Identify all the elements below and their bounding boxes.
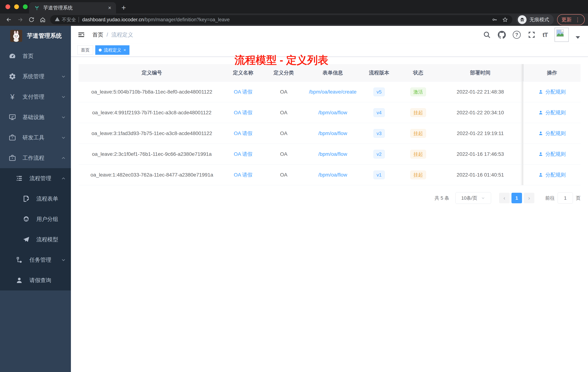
new-tab-button[interactable]: +	[121, 4, 126, 12]
github-icon[interactable]	[498, 31, 506, 39]
update-label[interactable]: 更新	[561, 16, 572, 23]
sidebar-item-process-form[interactable]: 流程表单	[0, 188, 71, 209]
assign-rule-link[interactable]: 分配规则	[538, 109, 566, 116]
col-header-version: 流程版本	[359, 69, 399, 76]
not-secure-warning-icon[interactable]	[54, 16, 60, 23]
assign-rule-link[interactable]: 分配规则	[538, 171, 566, 178]
chevron-down-icon	[61, 114, 66, 120]
dashboard-icon	[8, 52, 17, 60]
status-badge: 挂起	[410, 129, 426, 138]
tag-label: 首页	[81, 47, 90, 53]
avatar-dropdown-caret-icon[interactable]	[576, 36, 580, 39]
sidebar-item-system[interactable]: 系统管理	[0, 66, 71, 87]
assign-rule-link[interactable]: 分配规则	[538, 151, 566, 158]
url-host[interactable]: dashboard.yudao.iocoder.cn	[82, 17, 144, 22]
status-badge: 挂起	[410, 108, 426, 117]
key-icon[interactable]	[492, 17, 497, 22]
app-logo-rabbit-image	[10, 30, 22, 42]
definition-name-link[interactable]: OA 请假	[234, 130, 252, 137]
address-bar[interactable]: 不安全 dashboard.yudao.iocoder.cn/bpm/manag…	[50, 15, 512, 24]
col-header-deploy-time: 部署时间	[437, 69, 523, 76]
goto-page-input[interactable]	[558, 192, 573, 204]
sidebar-item-home[interactable]: 首页	[0, 46, 71, 66]
sidebar-item-user-group[interactable]: 用户分组	[0, 209, 71, 229]
home-button[interactable]	[37, 16, 48, 23]
sidebar-item-process-model[interactable]: 流程模型	[0, 229, 71, 250]
cell-definition-id: oa_leave:5:004b710b-7b8a-11ec-8ef0-acde4…	[79, 89, 225, 95]
window-controls[interactable]	[5, 4, 28, 9]
definition-name-link[interactable]: OA 请假	[234, 171, 252, 178]
form-info-link[interactable]: /bpm/oa/flow	[318, 110, 347, 116]
sidebar-item-infrastructure[interactable]: 基础设施	[0, 107, 71, 127]
definition-name-link[interactable]: OA 请假	[234, 151, 252, 158]
sidebar-item-label: 支付管理	[22, 93, 44, 101]
assign-rule-label: 分配规则	[546, 130, 566, 137]
col-header-actions: 操作	[523, 64, 580, 81]
chevron-up-icon	[61, 155, 66, 161]
security-label[interactable]: 不安全	[62, 17, 76, 23]
cell-category: OA	[261, 172, 306, 178]
page-size-value: 10条/页	[461, 195, 477, 201]
tag-item[interactable]: 首页	[77, 45, 93, 55]
update-button[interactable]: 更新 ⋮	[557, 14, 585, 25]
browser-tab[interactable]: 芋道管理系统 ×	[29, 2, 116, 13]
next-page-button[interactable]: ›	[524, 193, 534, 203]
tab-close-icon[interactable]: ×	[108, 5, 111, 11]
version-badge: v2	[373, 150, 385, 159]
list-icon	[15, 175, 24, 182]
version-badge: v1	[373, 171, 385, 179]
url-path[interactable]: /bpm/manager/definition?key=oa_leave	[144, 17, 230, 22]
sidebar-item-payment[interactable]: ¥支付管理	[0, 87, 71, 107]
assign-rule-label: 分配规则	[546, 151, 566, 158]
current-page-button[interactable]: 1	[512, 193, 522, 203]
tag-close-icon[interactable]: ×	[124, 47, 126, 53]
yen-icon: ¥	[8, 93, 17, 100]
definition-name-link[interactable]: OA 请假	[234, 109, 252, 116]
sidebar-item-task-management[interactable]: 任务管理	[0, 250, 71, 270]
cell-category: OA	[261, 151, 306, 157]
avatar-broken-image[interactable]	[555, 28, 569, 42]
definition-table: 定义编号 定义名称 定义分类 表单信息 流程版本 状态 部署时间 操作 oa_l…	[79, 64, 580, 185]
page-size-select[interactable]: 10条/页	[455, 192, 491, 204]
form-info-link[interactable]: /bpm/oa/flow	[318, 151, 347, 157]
sidebar-item-label: 请假查询	[30, 277, 51, 284]
form-info-link[interactable]: /bpm/oa/flow	[318, 131, 347, 136]
user-icon	[538, 131, 543, 136]
goto-unit-label: 页	[576, 195, 580, 201]
fullscreen-icon[interactable]	[528, 31, 536, 39]
sidebar-logo[interactable]: 芋道管理系统	[0, 26, 71, 46]
back-button[interactable]	[3, 16, 15, 23]
assign-rule-label: 分配规则	[546, 109, 566, 116]
form-info-link[interactable]: /bpm/oa/flow	[318, 172, 347, 178]
bookmark-star-icon[interactable]	[502, 17, 508, 22]
tag-active[interactable]: 流程定义×	[95, 45, 129, 55]
sidebar-collapse-icon[interactable]	[77, 31, 85, 39]
tag-label: 流程定义	[104, 47, 121, 53]
forward-button[interactable]	[15, 16, 26, 23]
zoom-window-button[interactable]	[23, 4, 28, 9]
user-icon	[538, 110, 543, 115]
assign-rule-link[interactable]: 分配规则	[538, 88, 566, 95]
font-size-icon[interactable]: tT	[543, 31, 548, 38]
chevron-up-icon	[61, 176, 66, 181]
browser-menu-icon[interactable]: ⋮	[575, 17, 580, 23]
definition-name-link[interactable]: OA 请假	[234, 88, 252, 95]
sidebar-item-devtools[interactable]: 研发工具	[0, 127, 71, 148]
search-icon[interactable]	[483, 31, 491, 39]
reload-button[interactable]	[26, 16, 37, 23]
sidebar-item-leave-query[interactable]: 请假查询	[0, 270, 71, 290]
close-window-button[interactable]	[5, 4, 10, 9]
col-header-name: 定义名称	[225, 69, 261, 76]
breadcrumb-home[interactable]: 首页	[92, 31, 103, 39]
minimize-window-button[interactable]	[14, 4, 19, 9]
form-info-link[interactable]: /bpm/oa/leave/create	[309, 89, 357, 95]
url-divider	[79, 17, 79, 22]
help-icon[interactable]: ?	[513, 31, 521, 39]
status-badge: 激活	[410, 88, 426, 96]
chevron-down-icon	[61, 257, 66, 263]
sidebar-item-workflow[interactable]: 工作流程	[0, 148, 71, 168]
assign-rule-link[interactable]: 分配规则	[538, 130, 566, 137]
sidebar-item-process-management[interactable]: 流程管理	[0, 168, 71, 188]
version-badge: v3	[373, 129, 385, 138]
prev-page-button[interactable]: ‹	[499, 193, 510, 203]
